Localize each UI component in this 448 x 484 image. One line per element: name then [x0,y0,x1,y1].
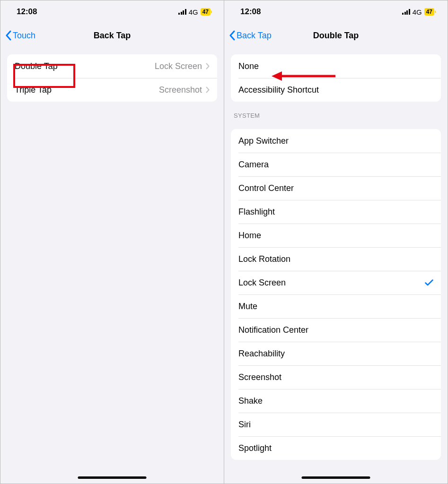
row-value: Lock Screen [155,61,202,71]
row-label: Lock Screen [238,278,425,288]
screen-double-tap: 12:08 4G 47 Back Tap Double Tap None Acc… [224,0,448,484]
network-type: 4G [189,8,198,16]
row-label: Accessibility Shortcut [238,85,433,95]
row-label: Control Center [238,183,433,193]
screen-back-tap: 12:08 4G 47 Touch Back Tap Double Tap Lo… [0,0,224,484]
nav-bar: Touch Back Tap [0,23,224,48]
chevron-left-icon [5,30,11,41]
option-app-switcher[interactable]: App Switcher [231,129,441,153]
row-label: Notification Center [238,325,433,335]
option-lock-rotation[interactable]: Lock Rotation [231,247,441,271]
chevron-left-icon [229,30,235,41]
status-time: 12:08 [240,7,261,17]
option-flashlight[interactable]: Flashlight [231,200,441,224]
row-label: Reachability [238,349,433,359]
signal-icon [402,9,410,15]
row-label: Screenshot [238,372,433,382]
row-value: Screenshot [159,85,202,95]
row-label: Triple Tap [15,85,159,95]
back-label: Back Tap [237,31,272,41]
row-label: App Switcher [238,136,433,146]
option-control-center[interactable]: Control Center [231,176,441,200]
row-label: Siri [238,420,433,430]
option-camera[interactable]: Camera [231,153,441,176]
row-label: Shake [238,396,433,406]
status-time: 12:08 [17,7,37,17]
row-label: Flashlight [238,207,433,217]
options-group-general: None Accessibility Shortcut [231,54,441,102]
option-accessibility-shortcut[interactable]: Accessibility Shortcut [231,78,441,102]
row-label: Double Tap [15,61,155,71]
home-indicator[interactable] [302,476,370,479]
content: Double Tap Lock Screen Triple Tap Screen… [0,48,224,484]
option-notification-center[interactable]: Notification Center [231,318,441,342]
option-screenshot[interactable]: Screenshot [231,365,441,389]
option-siri[interactable]: Siri [231,413,441,436]
content: None Accessibility Shortcut System App S… [224,48,448,484]
chevron-right-icon [206,63,210,69]
settings-group: Double Tap Lock Screen Triple Tap Screen… [7,54,217,102]
battery-icon: 47 [201,8,211,16]
row-triple-tap[interactable]: Triple Tap Screenshot [7,78,217,102]
nav-bar: Back Tap Double Tap [224,23,448,48]
checkmark-icon [425,279,433,286]
status-right: 4G 47 [402,8,434,16]
row-label: Lock Rotation [238,254,433,264]
row-label: Home [238,231,433,241]
back-label: Touch [13,31,35,41]
row-label: None [238,61,433,71]
options-group-system: App SwitcherCameraControl CenterFlashlig… [231,129,441,460]
section-header-system: System [224,102,448,122]
row-label: Spotlight [238,443,433,453]
status-bar: 12:08 4G 47 [0,0,224,23]
back-button[interactable]: Back Tap [229,30,272,41]
option-spotlight[interactable]: Spotlight [231,436,441,460]
chevron-right-icon [206,86,210,93]
option-mute[interactable]: Mute [231,294,441,318]
network-type: 4G [413,8,422,16]
row-double-tap[interactable]: Double Tap Lock Screen [7,54,217,78]
option-none[interactable]: None [231,54,441,78]
back-button[interactable]: Touch [5,30,35,41]
status-bar: 12:08 4G 47 [224,0,448,23]
option-lock-screen[interactable]: Lock Screen [231,271,441,294]
row-label: Mute [238,302,433,311]
signal-icon [178,9,186,15]
row-label: Camera [238,160,433,170]
battery-icon: 47 [424,8,434,16]
option-reachability[interactable]: Reachability [231,342,441,365]
home-indicator[interactable] [78,476,147,479]
status-right: 4G 47 [178,8,211,16]
option-home[interactable]: Home [231,224,441,247]
option-shake[interactable]: Shake [231,389,441,413]
